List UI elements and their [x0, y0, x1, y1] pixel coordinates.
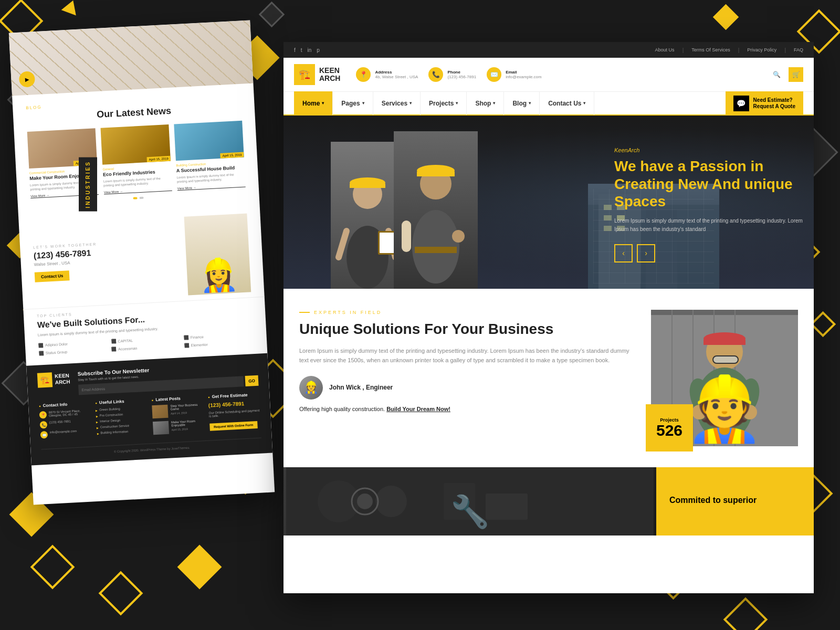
newsletter-submit[interactable]: GO — [245, 375, 259, 386]
blog-date-3: April 15, 2019 — [220, 152, 244, 159]
useful-5[interactable]: Building Information — [97, 429, 148, 435]
hero-next-button[interactable]: › — [637, 244, 655, 262]
worker-male-img — [394, 131, 478, 289]
projects-arrow: ▾ — [456, 101, 458, 106]
svg-rect-3 — [350, 184, 385, 188]
nav-services[interactable]: Services ▾ — [373, 91, 421, 115]
nav-home[interactable]: Home ▾ — [294, 91, 333, 115]
experts-description: Lorem Ipsum is simply dummy text of the … — [299, 346, 630, 365]
phone-value: (123) 456-7891 — [447, 75, 476, 79]
svg-point-41 — [375, 486, 407, 517]
projects-badge: Projects 526 — [646, 404, 693, 452]
logo[interactable]: 🏗️ KEEN ARCH — [294, 64, 340, 85]
svg-rect-33 — [704, 340, 746, 345]
email-icon-header: ✉️ — [487, 67, 501, 82]
instagram-icon[interactable]: in — [308, 47, 312, 53]
svg-rect-43 — [486, 494, 528, 520]
nav-blog[interactable]: Blog ▾ — [504, 91, 540, 115]
phone-icon: 📞 — [40, 421, 48, 429]
nav-cta-button[interactable]: 💬 Need Estimate?Request A Quote — [726, 91, 803, 116]
address-value: 4b, Walse Street , USA — [375, 75, 418, 79]
search-button[interactable]: 🔍 — [770, 68, 783, 81]
hero-nav-buttons: ‹ › — [614, 244, 803, 262]
play-button[interactable]: ▶ — [19, 71, 36, 88]
logo-text: KEEN ARCH — [319, 67, 340, 83]
blog-card-2: April 15, 2019 General Eco Friendly Indu… — [100, 124, 172, 194]
home-arrow: ▾ — [322, 101, 324, 106]
address-label: Address — [375, 70, 418, 75]
phone-info: 📞 Phone (123) 456-7891 — [428, 67, 476, 82]
blog-arrow: ▾ — [529, 101, 531, 106]
footer-contact-col: Contact Info 📍 8870 St Vincent Place, Gl… — [39, 401, 92, 444]
expert-name: John Wick , Engineer — [329, 384, 393, 391]
svg-rect-7 — [380, 233, 395, 253]
nav-projects[interactable]: Projects ▾ — [421, 91, 467, 115]
dot-1[interactable] — [133, 197, 137, 199]
contact-us-button[interactable]: Contact Us — [35, 270, 70, 282]
client-6: Elementor — [184, 340, 254, 348]
bottom-cta: Commited to superior — [656, 467, 814, 536]
footer-top: 🏗️ KEENARCH Subscribe To Our Newsletter … — [37, 362, 259, 397]
footer-useful-col: Useful Links Green Building Pro Construc… — [95, 398, 148, 441]
nav-contact[interactable]: Contact Us ▾ — [540, 91, 594, 115]
header-info: 📍 Address 4b, Walse Street , USA 📞 Phone… — [356, 67, 541, 82]
footer-logo-icon: 🏗️ — [37, 373, 52, 388]
useful-4[interactable]: Construction Service — [97, 423, 148, 429]
nav-shop[interactable]: Shop ▾ — [467, 91, 504, 115]
useful-2[interactable]: Pro Construction — [96, 412, 148, 418]
privacy-link[interactable]: Privacy Policy — [747, 47, 776, 52]
post-title-1: Step Your Business Game — [170, 403, 203, 411]
dot-2[interactable] — [139, 196, 143, 198]
svg-point-45 — [357, 494, 373, 509]
nav-pages[interactable]: Pages ▾ — [333, 91, 373, 115]
industries-label: Industries — [79, 158, 97, 212]
useful-1[interactable]: Green Building — [96, 406, 147, 412]
bottom-cta-title: Commited to superior — [669, 496, 757, 505]
twitter-icon[interactable]: t — [301, 47, 302, 53]
footer-contact-title: Contact Info — [39, 401, 90, 408]
svg-point-13 — [452, 230, 465, 243]
post-1: Step Your Business Game April 14, 2019 — [152, 403, 204, 419]
address-info: 📍 Address 4b, Walse Street , USA — [356, 67, 418, 82]
faq-link[interactable]: FAQ — [794, 47, 803, 52]
footer-estimate-title: Get Free Estimate — [208, 392, 259, 400]
facebook-icon[interactable]: f — [294, 47, 296, 53]
build-link[interactable]: Build Your Dream Now! — [386, 406, 450, 412]
hero-content: KeenArch We have a Passion in Creating N… — [614, 147, 803, 262]
expert-avatar: 👷 — [299, 376, 323, 400]
footer-posts-title: Latest Posts — [152, 395, 203, 403]
view-more-3[interactable]: View More → — [177, 183, 246, 191]
email-value: info@example.com — [506, 75, 542, 79]
experts-tag: EXPERTS IN FIELD — [299, 310, 630, 315]
hero-section: KeenArch We have a Passion in Creating N… — [284, 116, 814, 289]
post-thumb-1 — [152, 405, 168, 419]
experts-content: EXPERTS IN FIELD Unique Solutions For Yo… — [299, 310, 630, 446]
post-title-2: Make Your Room Enjoyable — [171, 419, 204, 427]
contact-arrow: ▾ — [583, 101, 585, 106]
contact-email-text: info@example.com — [50, 429, 77, 434]
topbar-links: About Us | Terms Of Services | Privacy P… — [655, 47, 803, 53]
cart-button[interactable]: 🛒 — [789, 67, 803, 82]
email-icon: ✉️ — [40, 431, 48, 439]
svg-rect-22 — [604, 226, 612, 231]
post-thumb-2 — [153, 421, 169, 435]
useful-3[interactable]: Interior Design — [96, 417, 148, 424]
services-arrow: ▾ — [410, 101, 412, 106]
hero-prev-button[interactable]: ‹ — [614, 244, 633, 262]
view-more-2[interactable]: View More → — [104, 187, 172, 195]
site-header: 🏗️ KEEN ARCH 📍 Address 4b, Walse Street … — [284, 58, 814, 92]
estimate-text: Our Online Scheduling and payment is saf… — [209, 409, 260, 418]
about-link[interactable]: About Us — [655, 47, 675, 52]
pinterest-icon[interactable]: p — [317, 47, 320, 53]
terms-link[interactable]: Terms Of Services — [691, 47, 730, 52]
badge-number: 526 — [656, 423, 682, 438]
expert-quote: Offering high quality construction. Buil… — [299, 406, 630, 412]
left-page: ▶ BLOG Our Latest News April 15, 2019 Co… — [9, 20, 275, 505]
cta-section: LET'S WORK TOGETHER (123) 456-7891 Walse… — [18, 207, 264, 309]
svg-rect-18 — [604, 205, 612, 210]
experts-title: Unique Solutions For Your Business — [299, 320, 630, 338]
online-form-btn[interactable]: Request With Online Form — [209, 421, 258, 431]
phone-icon-header: 📞 — [428, 67, 443, 82]
post-date-2: April 15, 2019 — [172, 426, 205, 431]
nav-cta-icon: 💬 — [733, 96, 749, 111]
